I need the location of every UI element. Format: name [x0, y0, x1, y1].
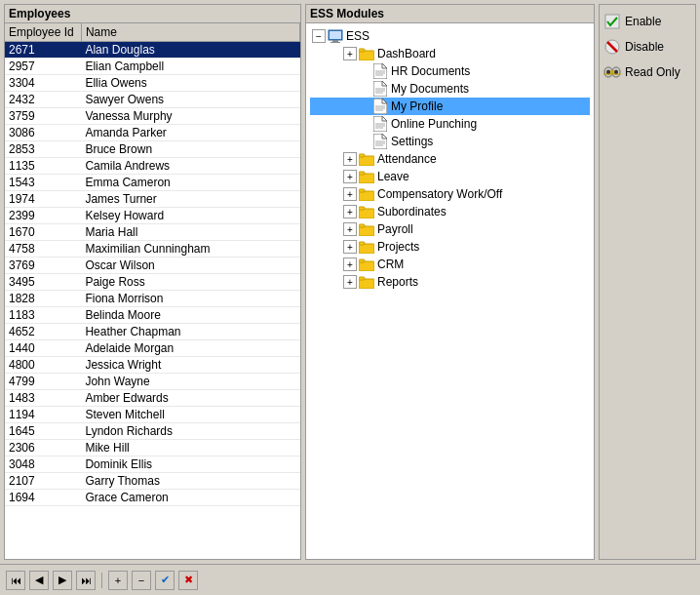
tree-label-online_punch: Online Punching — [391, 117, 477, 131]
tree-item-comp_work[interactable]: + Compensatory Work/Off — [310, 185, 590, 203]
cancel-button[interactable]: ✖ — [178, 571, 198, 590]
table-row[interactable]: 1543Emma Cameron — [5, 175, 300, 191]
folder-icon — [359, 46, 374, 61]
table-row[interactable]: 1694Grace Cameron — [5, 490, 300, 506]
table-row[interactable]: 1183Belinda Moore — [5, 307, 300, 324]
table-row[interactable]: 1135Camila Andrews — [5, 158, 300, 175]
tree-item-my_profile[interactable]: My Profile — [310, 98, 590, 115]
add-icon: + — [115, 575, 121, 586]
toolbar-separator — [101, 573, 102, 588]
table-row[interactable]: 3769Oscar Wilson — [5, 258, 300, 274]
tree-item-hr_docs[interactable]: HR Documents — [310, 62, 590, 80]
prev-button[interactable]: ◀ — [29, 571, 49, 590]
table-row[interactable]: 3304Ellia Owens — [5, 75, 300, 92]
tree-expand-attendance[interactable]: + — [343, 152, 357, 166]
permissions-panel: Enable Disable R — [599, 4, 696, 560]
tree-expand-crm[interactable]: + — [343, 258, 357, 271]
ess-tree[interactable]: − ESS + DashBoard — [306, 23, 594, 559]
tree-item-leave[interactable]: + Leave — [310, 168, 590, 185]
doc-icon — [372, 116, 388, 132]
tree-expand-dashboard[interactable]: + — [343, 47, 357, 60]
table-row[interactable]: 1483Amber Edwards — [5, 390, 300, 407]
table-row[interactable]: 1828Fiona Morrison — [5, 291, 300, 307]
table-row[interactable]: 2853Bruce Brown — [5, 141, 300, 158]
table-row[interactable]: 2957Elian Campbell — [5, 59, 300, 75]
tree-expand-comp_work[interactable]: + — [343, 187, 357, 201]
employee-name: Grace Cameron — [81, 490, 299, 506]
table-row[interactable]: 2306Mike Hill — [5, 440, 300, 456]
employee-name: Oscar Wilson — [81, 258, 299, 274]
table-row[interactable]: 1670Maria Hall — [5, 224, 300, 241]
tree-root[interactable]: − ESS — [310, 27, 590, 45]
computer-icon — [328, 28, 343, 44]
table-row[interactable]: 1645Lyndon Richards — [5, 423, 300, 440]
tree-item-online_punch[interactable]: Online Punching — [310, 115, 590, 133]
readonly-label: Read Only — [625, 65, 681, 79]
employees-table: Employee Id Name 2671Alan Douglas2957Eli… — [5, 23, 300, 559]
table-row[interactable]: 1194Steven Mitchell — [5, 407, 300, 423]
table-row[interactable]: 1440Adelaide Morgan — [5, 340, 300, 357]
table-row[interactable]: 1974James Turner — [5, 191, 300, 208]
employee-name: Maximilian Cunningham — [81, 241, 299, 258]
employee-name: Alan Douglas — [81, 42, 299, 59]
next-button[interactable]: ▶ — [53, 571, 72, 590]
table-row[interactable]: 2432Sawyer Owens — [5, 92, 300, 108]
add-button[interactable]: + — [108, 571, 128, 590]
table-row[interactable]: 4652Heather Chapman — [5, 324, 300, 340]
ess-modules-header: ESS Modules — [306, 5, 594, 23]
table-row[interactable]: 2671Alan Douglas — [5, 42, 300, 59]
tree-expand-root[interactable]: − — [312, 29, 326, 43]
tree-item-projects[interactable]: + Projects — [310, 238, 590, 256]
tree-expand-projects[interactable]: + — [343, 240, 357, 254]
tree-expand-payroll[interactable]: + — [343, 222, 357, 236]
first-button[interactable]: ⏮ — [6, 571, 25, 590]
table-row[interactable]: 4800Jessica Wright — [5, 357, 300, 374]
tree-label-hr_docs: HR Documents — [391, 64, 470, 78]
svg-rect-31 — [359, 189, 365, 192]
table-row[interactable]: 3086Amanda Parker — [5, 125, 300, 141]
disable-item[interactable]: Disable — [603, 38, 691, 56]
svg-rect-35 — [359, 224, 365, 227]
tree-label-my_docs: My Documents — [391, 82, 469, 96]
tree-label-reports: Reports — [377, 275, 418, 289]
ess-modules-panel: ESS Modules − ESS + DashBoard — [305, 4, 595, 560]
tree-item-my_docs[interactable]: My Documents — [310, 80, 590, 98]
svg-rect-2 — [331, 42, 340, 43]
employee-name: Paige Ross — [81, 274, 299, 291]
enable-item[interactable]: Enable — [603, 13, 691, 30]
enable-icon — [603, 13, 621, 30]
last-button[interactable]: ⏭ — [76, 571, 96, 590]
table-row[interactable]: 3048Dominik Ellis — [5, 456, 300, 473]
readonly-item[interactable]: Read Only — [603, 63, 691, 81]
svg-rect-1 — [332, 40, 338, 42]
employee-id: 2107 — [5, 473, 81, 490]
table-row[interactable]: 4799John Wayne — [5, 374, 300, 390]
employee-name: Heather Chapman — [81, 324, 299, 340]
tree-expand-leave[interactable]: + — [343, 170, 357, 183]
employee-id: 1543 — [5, 175, 81, 191]
employee-id: 1135 — [5, 158, 81, 175]
tree-item-settings[interactable]: Settings — [310, 133, 590, 150]
svg-rect-39 — [359, 259, 365, 262]
employee-id: 4652 — [5, 324, 81, 340]
tree-item-subordinates[interactable]: + Subordinates — [310, 203, 590, 220]
tree-expand-subordinates[interactable]: + — [343, 205, 357, 218]
table-row[interactable]: 2107Garry Thomas — [5, 473, 300, 490]
tree-item-dashboard[interactable]: + DashBoard — [310, 45, 590, 62]
tree-expand-reports[interactable]: + — [343, 275, 357, 289]
tree-item-payroll[interactable]: + Payroll — [310, 220, 590, 238]
col-header-name: Name — [81, 23, 299, 42]
table-row[interactable]: 4758Maximilian Cunningham — [5, 241, 300, 258]
confirm-button[interactable]: ✔ — [155, 571, 175, 590]
table-row[interactable]: 2399Kelsey Howard — [5, 208, 300, 224]
table-row[interactable]: 3495Paige Ross — [5, 274, 300, 291]
employee-id: 1694 — [5, 490, 81, 506]
folder-icon — [359, 169, 374, 184]
tree-item-reports[interactable]: + Reports — [310, 273, 590, 291]
svg-rect-5 — [359, 49, 365, 52]
tree-item-crm[interactable]: + CRM — [310, 256, 590, 273]
table-row[interactable]: 3759Vanessa Murphy — [5, 108, 300, 125]
remove-icon: − — [138, 575, 144, 586]
tree-item-attendance[interactable]: + Attendance — [310, 150, 590, 168]
remove-button[interactable]: − — [132, 571, 151, 590]
